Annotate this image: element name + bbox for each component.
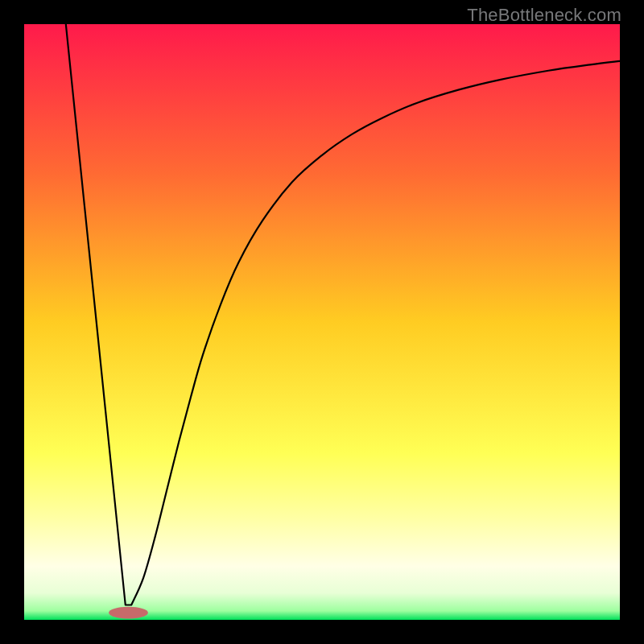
- watermark-text: TheBottleneck.com: [467, 5, 621, 26]
- plot-frame: [24, 24, 620, 620]
- minimum-marker: [109, 607, 148, 619]
- bottleneck-chart: [24, 24, 620, 620]
- gradient-background: [24, 24, 620, 620]
